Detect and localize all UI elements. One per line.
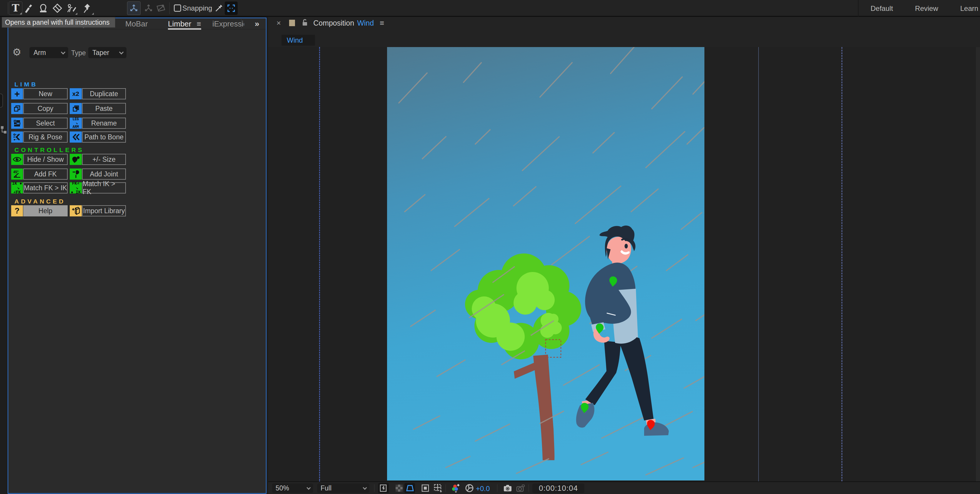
snap-options-icon[interactable] (212, 2, 225, 15)
brush-tool[interactable] (21, 2, 35, 15)
limber-panel: » LottieFilesBodymovinMoBarLimber≡iExpre… (8, 17, 266, 494)
help-tooltip: Opens a panel with full instructions (2, 17, 115, 28)
x2-icon: x2 (70, 88, 82, 99)
panel-color-swatch[interactable] (289, 20, 295, 26)
after-effects-window: T Snapping DefaultReviewLearn » LottieFi… (0, 0, 980, 494)
clone-stamp-tool[interactable] (37, 2, 50, 15)
workspace-tab-learn[interactable]: Learn (960, 5, 978, 13)
match-fk-ik-button[interactable]: Match FK > IK (23, 182, 68, 194)
match-ik-fk-button[interactable]: Match IK > FK (82, 182, 126, 194)
eraser-tool[interactable] (51, 2, 64, 15)
fast-previews-icon[interactable] (378, 483, 389, 493)
new-button[interactable]: New (23, 88, 68, 99)
tab-overflow-button[interactable]: » (255, 18, 259, 29)
chevron-down-icon (119, 50, 124, 54)
exposure-value[interactable]: +0.0 (476, 484, 490, 493)
workspace-tab-review[interactable]: Review (915, 5, 938, 13)
type-tool[interactable]: T (9, 2, 22, 15)
section-header-controllers: CONTROLLERS (14, 146, 84, 154)
local-axis-mode[interactable] (127, 2, 141, 15)
show-snapshot-icon[interactable] (515, 483, 526, 493)
puppet-pin-tool[interactable] (81, 2, 94, 15)
section-header-limb: LIMB (14, 81, 38, 88)
import-book-icon (70, 205, 82, 216)
select-button[interactable]: Select (23, 118, 68, 129)
paste-icon (70, 103, 82, 114)
copy-button[interactable]: Copy (23, 103, 68, 114)
chevron-down-icon (363, 486, 367, 490)
size-button[interactable]: +/- Size (82, 154, 126, 165)
svg-text:T: T (12, 3, 19, 14)
scene-illustration (387, 47, 705, 480)
man-eye (625, 244, 628, 248)
guide-line[interactable] (758, 47, 759, 481)
rename-button[interactable]: Rename (82, 118, 126, 129)
chevron-down-icon (61, 50, 65, 54)
eye-icon (11, 154, 23, 165)
collapsed-panel-strip (0, 17, 8, 494)
viewer-tab-wind[interactable]: Wind (282, 35, 315, 46)
limb-type-dropdown[interactable]: Arm (29, 47, 68, 58)
flyout-triangle-icon (75, 13, 77, 15)
composition-viewer[interactable] (268, 47, 980, 481)
flyout-triangle-icon (92, 13, 94, 15)
resolution-dropdown[interactable]: Full (317, 483, 369, 493)
panel-tab-mobar[interactable]: MoBar (125, 18, 148, 29)
chevron-down-icon (307, 486, 310, 490)
path-to-bone-button[interactable]: Path to Bone (82, 132, 126, 143)
rig-pose-button[interactable]: Rig & Pose (23, 132, 68, 143)
composition-canvas[interactable] (387, 47, 705, 480)
capture-region-icon[interactable] (225, 2, 238, 15)
region-of-interest-icon[interactable] (420, 483, 431, 493)
exposure-icon[interactable] (464, 483, 475, 493)
transparency-grid-icon[interactable] (394, 483, 404, 493)
workspace-tab-default[interactable]: Default (870, 5, 893, 13)
style-type-dropdown[interactable]: Taper (88, 47, 126, 58)
toolbar-divider (8, 2, 8, 14)
mask-visibility-icon[interactable] (404, 483, 415, 493)
select-list-icon (11, 118, 23, 129)
leg-arm-rename-icon: LEG ↘ARM (70, 118, 82, 129)
add-joint-button[interactable]: Add Joint (82, 168, 126, 179)
unlock-icon[interactable] (301, 19, 308, 27)
add-fk-button[interactable]: Add FK (23, 168, 68, 179)
collapsed-panel-handle[interactable] (0, 94, 3, 108)
composition-panel: × Composition Wind ≡ Wind (268, 17, 980, 494)
guide-line[interactable] (842, 47, 842, 481)
match-ik-fk-icon: FK∠ ↘● IK (70, 182, 82, 194)
roto-brush-tool[interactable] (64, 2, 78, 15)
joint-pin-icon (70, 168, 82, 179)
import-library-button[interactable]: Import Library (82, 205, 126, 216)
footer-divider (374, 484, 374, 492)
grid-and-guides-icon[interactable] (433, 483, 443, 493)
view-axis-mode[interactable] (154, 2, 168, 15)
viewer-right-edge (976, 47, 980, 481)
panel-title: Composition (313, 19, 354, 27)
hide-show-button[interactable]: Hide / Show (23, 154, 68, 165)
rig-chevron-icon (11, 132, 23, 143)
help-button[interactable]: Help (23, 205, 68, 216)
guide-line[interactable] (319, 47, 320, 481)
channels-icon[interactable] (450, 483, 461, 493)
footer-divider (445, 484, 446, 492)
world-axis-mode[interactable] (142, 2, 155, 15)
tab-menu-icon[interactable]: ≡ (196, 19, 201, 29)
snapshot-camera-icon[interactable] (502, 483, 513, 493)
timecode-display[interactable]: 0:00:10:04 (532, 483, 584, 493)
section-header-advanced: ADVANCED (14, 198, 65, 205)
magnification-dropdown[interactable]: 50% (272, 483, 313, 493)
snapping-checkbox[interactable] (174, 5, 181, 12)
gear-icon[interactable]: ⚙ (12, 46, 21, 58)
type-label: Type (71, 49, 86, 57)
size-drops-icon (70, 154, 82, 165)
workspace-bar: DefaultReviewLearn (859, 0, 980, 17)
duplicate-button[interactable]: Duplicate (82, 88, 126, 99)
panel-tab-iexpression[interactable]: iExpression (212, 18, 244, 29)
active-tab-underline (168, 28, 201, 30)
paste-button[interactable]: Paste (82, 103, 126, 114)
plus-icon: + (11, 88, 23, 99)
close-icon[interactable]: × (277, 19, 281, 28)
panel-menu-icon[interactable]: ≡ (380, 19, 384, 28)
toolbar-divider (169, 2, 170, 14)
panel-tab-limber[interactable]: Limber≡ (168, 18, 201, 29)
